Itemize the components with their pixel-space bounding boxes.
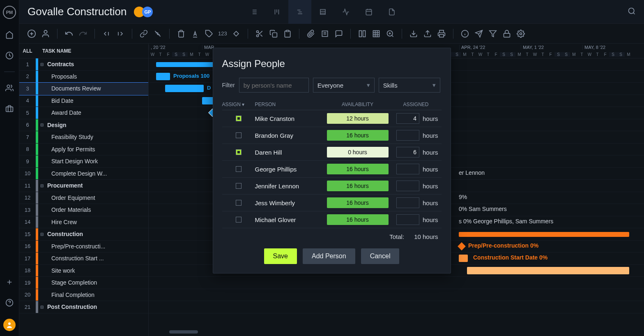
unlink-icon[interactable] bbox=[153, 29, 163, 39]
filter-icon[interactable] bbox=[488, 29, 498, 39]
recent-icon[interactable] bbox=[5, 51, 14, 60]
person-row: Jess Wimberly 16 hours hours bbox=[222, 195, 442, 211]
hours-label: hours bbox=[423, 183, 438, 190]
hours-label: hours bbox=[423, 115, 438, 122]
assign-checkbox[interactable] bbox=[236, 200, 242, 206]
modal-backdrop: Assign People Filter Everyone Skills ASS… bbox=[19, 44, 644, 336]
lock-icon[interactable] bbox=[502, 29, 512, 39]
people-icon[interactable] bbox=[5, 83, 14, 93]
person-row: Brandon Gray 16 hours hours bbox=[222, 127, 442, 144]
view-gantt-icon[interactable] bbox=[288, 0, 311, 24]
diamond-icon[interactable] bbox=[231, 29, 241, 39]
comment-icon[interactable] bbox=[334, 29, 344, 39]
redo-icon[interactable] bbox=[78, 29, 88, 39]
cancel-button[interactable]: Cancel bbox=[361, 248, 400, 264]
info-icon[interactable] bbox=[460, 29, 470, 39]
person-row: Daren Hill 0 hours hours bbox=[222, 144, 442, 161]
total-value: 10 hours bbox=[414, 233, 438, 240]
send-icon[interactable] bbox=[474, 29, 484, 39]
grid-icon[interactable] bbox=[371, 29, 381, 39]
hours-label: hours bbox=[423, 166, 438, 173]
indent-icon[interactable] bbox=[115, 29, 125, 39]
hours-label: hours bbox=[423, 132, 438, 139]
import-icon[interactable] bbox=[409, 29, 419, 39]
add-person-button[interactable]: Add Person bbox=[303, 248, 355, 264]
hours-label: hours bbox=[423, 216, 438, 223]
person-name: Daren Hill bbox=[255, 149, 325, 156]
note-icon[interactable] bbox=[320, 29, 330, 39]
filter-select-skills[interactable]: Skills bbox=[379, 78, 440, 93]
view-sheet-icon[interactable] bbox=[311, 0, 334, 24]
user-avatar[interactable] bbox=[3, 319, 16, 331]
export-icon[interactable] bbox=[423, 29, 432, 39]
assign-checkbox[interactable] bbox=[236, 166, 242, 172]
assigned-hours-input[interactable] bbox=[396, 197, 419, 208]
paste-icon[interactable] bbox=[283, 29, 292, 39]
assigned-hours-input[interactable] bbox=[396, 113, 419, 124]
view-calendar-icon[interactable] bbox=[357, 0, 380, 24]
home-icon[interactable] bbox=[5, 30, 14, 39]
add-person-icon[interactable] bbox=[41, 29, 51, 39]
person-row: Mike Cranston 12 hours hours bbox=[222, 110, 442, 127]
save-button[interactable]: Save bbox=[264, 248, 297, 264]
filter-input[interactable] bbox=[239, 78, 309, 93]
view-board-icon[interactable] bbox=[265, 0, 288, 24]
hours-label: hours bbox=[423, 199, 438, 206]
assigned-hours-input[interactable] bbox=[396, 214, 419, 225]
tag-icon[interactable] bbox=[204, 29, 214, 39]
zoom-icon[interactable] bbox=[385, 29, 395, 39]
search-icon[interactable] bbox=[628, 7, 636, 16]
svg-line-29 bbox=[155, 31, 160, 36]
add-icon[interactable] bbox=[5, 278, 14, 287]
app-logo[interactable]: PM bbox=[3, 6, 16, 19]
availability-pill: 12 hours bbox=[327, 113, 389, 124]
svg-line-22 bbox=[633, 13, 635, 14]
trash-icon[interactable] bbox=[176, 29, 186, 39]
view-activity-icon[interactable] bbox=[334, 0, 357, 24]
svg-point-33 bbox=[256, 35, 258, 37]
view-file-icon[interactable] bbox=[380, 0, 403, 24]
team-badge[interactable]: GP bbox=[134, 7, 153, 17]
attachment-icon[interactable] bbox=[306, 29, 316, 39]
add-task-icon[interactable] bbox=[27, 29, 37, 39]
columns-icon[interactable] bbox=[357, 29, 367, 39]
assigned-hours-input[interactable] bbox=[396, 130, 419, 141]
filter-select-everyone[interactable]: Everyone bbox=[313, 78, 375, 93]
assign-checkbox[interactable] bbox=[236, 149, 242, 155]
help-icon[interactable] bbox=[5, 298, 14, 307]
modal-title: Assign People bbox=[222, 58, 442, 70]
toolbar-number: 123 bbox=[218, 30, 227, 37]
assigned-hours-input[interactable] bbox=[396, 181, 419, 191]
svg-point-32 bbox=[256, 30, 258, 32]
availability-pill: 16 hours bbox=[327, 214, 389, 225]
toolbar: 123 bbox=[19, 24, 644, 44]
print-icon[interactable] bbox=[437, 29, 446, 39]
col-availability: AVAILABILITY bbox=[325, 102, 391, 107]
assign-checkbox[interactable] bbox=[236, 116, 242, 121]
svg-marker-61 bbox=[489, 30, 496, 37]
assigned-hours-input[interactable] bbox=[396, 147, 419, 158]
outdent-icon[interactable] bbox=[101, 29, 111, 39]
svg-rect-17 bbox=[366, 9, 372, 15]
assign-checkbox[interactable] bbox=[236, 183, 242, 189]
person-row: George Phillips 16 hours hours bbox=[222, 161, 442, 178]
undo-icon[interactable] bbox=[64, 29, 74, 39]
cut-icon[interactable] bbox=[255, 29, 264, 39]
person-name: George Phillips bbox=[255, 166, 325, 173]
person-row: Michael Glover 16 hours hours bbox=[222, 211, 442, 228]
copy-icon[interactable] bbox=[269, 29, 278, 39]
view-list-icon[interactable] bbox=[242, 0, 265, 24]
svg-rect-2 bbox=[6, 107, 13, 112]
col-person: PERSON bbox=[255, 102, 325, 107]
briefcase-icon[interactable] bbox=[5, 104, 14, 113]
assign-checkbox[interactable] bbox=[236, 132, 242, 138]
col-assign[interactable]: ASSIGN ▾ bbox=[222, 102, 255, 107]
svg-rect-38 bbox=[286, 30, 289, 31]
text-color-icon[interactable] bbox=[190, 29, 200, 39]
assign-checkbox[interactable] bbox=[236, 217, 242, 222]
svg-rect-14 bbox=[320, 9, 325, 14]
link-icon[interactable] bbox=[139, 29, 149, 39]
settings-icon[interactable] bbox=[516, 29, 526, 39]
assigned-hours-input[interactable] bbox=[396, 164, 419, 174]
assign-people-modal: Assign People Filter Everyone Skills ASS… bbox=[213, 48, 451, 273]
